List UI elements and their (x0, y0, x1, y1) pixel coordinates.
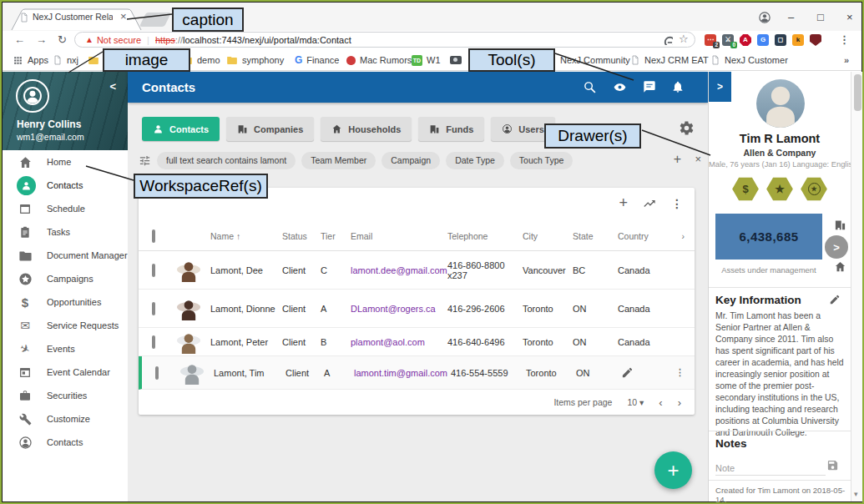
extension-icon-1[interactable]: ⋯2 (705, 34, 716, 46)
items-per-page-select[interactable]: 10 ▾ (627, 397, 644, 407)
household-home-icon[interactable] (834, 260, 846, 273)
row-checkbox[interactable] (152, 302, 155, 315)
clear-filters-icon[interactable]: × (695, 153, 701, 165)
visibility-eye-icon[interactable] (612, 81, 628, 93)
url-bar[interactable]: ▲ Not secure | https :// localhost :7443… (74, 32, 695, 48)
filter-chip-date-type[interactable]: Date Type (446, 152, 504, 169)
tab-funds[interactable]: Funds (418, 117, 484, 141)
columns-scroll-right-icon[interactable]: › (668, 231, 695, 241)
bookmark-td-w1[interactable]: TDW1 (412, 53, 441, 67)
row-more-icon[interactable]: ⋮ (671, 367, 695, 378)
filter-icon[interactable] (139, 154, 151, 167)
forward-icon[interactable]: → (36, 33, 47, 46)
sidebar-item-event-calendar[interactable]: Event Calendar (3, 360, 128, 384)
badge-star-icon[interactable]: ★ (766, 177, 794, 201)
column-country[interactable]: Country (618, 231, 668, 241)
extension-shield-icon[interactable] (810, 34, 821, 46)
bookmark-star-icon[interactable]: ☆ (679, 33, 689, 45)
table-row-selected[interactable]: Lamont, Tim Client A lamont.tim@gmail.co… (139, 356, 695, 390)
column-status[interactable]: Status (282, 231, 321, 241)
zoom-out-icon[interactable] (662, 34, 673, 45)
assets-card[interactable]: 6,438,685 (715, 214, 822, 260)
user-avatar[interactable] (16, 79, 49, 113)
note-input[interactable] (715, 461, 826, 476)
extension-translate-icon[interactable]: G (757, 34, 769, 46)
notifications-bell-icon[interactable] (671, 80, 685, 93)
filter-chip-fulltext[interactable]: full text search contains lamont (157, 152, 296, 169)
add-record-fab[interactable]: + (654, 451, 692, 489)
sidebar-item-contacts-2[interactable]: Contacts (3, 431, 128, 454)
extension-icon-2[interactable]: ⚔0 (722, 34, 734, 46)
edit-key-info-icon[interactable] (829, 294, 841, 305)
sidebar-collapse-icon[interactable]: < (109, 80, 116, 93)
column-telephone[interactable]: Telephone (447, 231, 523, 241)
add-contact-icon[interactable]: + (619, 194, 628, 212)
extension-adblock-icon[interactable]: A (740, 34, 751, 46)
bookmarks-overflow-icon[interactable]: » (844, 53, 849, 67)
select-all-checkbox[interactable] (152, 229, 155, 243)
settings-gear-icon[interactable] (679, 120, 695, 136)
scrollbar-thumb[interactable] (854, 74, 861, 111)
badge-circled-star-icon[interactable]: ★ (801, 177, 828, 201)
tab-close-icon[interactable]: × (120, 10, 127, 23)
sidebar-item-events[interactable]: ✈Events (3, 337, 128, 360)
tab-contacts[interactable]: Contacts (142, 117, 220, 141)
sidebar-item-document-manager[interactable]: Document Manager (3, 244, 128, 267)
badge-dollar-icon[interactable]: $ (732, 177, 760, 201)
scroll-down-icon[interactable]: ▾ (854, 490, 858, 498)
filter-chip-team-member[interactable]: Team Member (301, 152, 376, 169)
sidebar-item-service-requests[interactable]: ✉Service Requests (3, 314, 128, 337)
sidebar-item-home[interactable]: Home (3, 150, 128, 174)
extension-icon-5[interactable]: ◻ (775, 34, 786, 46)
company-building-icon[interactable] (834, 219, 846, 231)
column-email[interactable]: Email (351, 231, 447, 241)
bookmark-finance[interactable]: GFinance (295, 53, 339, 67)
carousel-next-icon[interactable]: > (825, 235, 848, 259)
table-row[interactable]: Lamont, Dionne Client A DLamont@rogers.c… (139, 290, 695, 328)
trending-chart-icon[interactable] (643, 197, 656, 210)
tab-households[interactable]: Households (321, 117, 412, 141)
row-checkbox[interactable] (152, 335, 155, 349)
browser-profile-icon[interactable] (758, 11, 771, 24)
edit-pencil-icon[interactable] (621, 366, 634, 379)
row-checkbox[interactable] (152, 264, 155, 277)
filter-chip-campaign[interactable]: Campaign (381, 152, 440, 169)
window-minimize-button[interactable]: – (788, 11, 794, 23)
back-icon[interactable]: ← (14, 33, 25, 46)
chat-icon[interactable] (643, 80, 656, 93)
refresh-icon[interactable]: ↻ (58, 33, 67, 46)
filter-chip-touch-type[interactable]: Touch Type (510, 152, 573, 169)
window-close-button[interactable]: × (846, 11, 853, 23)
column-tier[interactable]: Tier (321, 231, 351, 241)
window-maximize-button[interactable]: □ (817, 11, 824, 23)
drawer-scrollbar[interactable]: ▾ (851, 72, 864, 501)
sidebar-item-customize[interactable]: Customize (3, 407, 128, 431)
sidebar-item-campaigns[interactable]: Campaigns (3, 267, 128, 290)
add-filter-icon[interactable]: + (674, 152, 681, 167)
bookmark-nexj-community[interactable]: NexJ Community (560, 53, 630, 67)
browser-menu-icon[interactable]: ⋮ (839, 33, 850, 46)
bookmark-demo[interactable]: demo (197, 53, 220, 67)
extension-kayak-icon[interactable]: k (792, 34, 804, 46)
next-page-icon[interactable]: › (678, 396, 681, 409)
bookmark-nexj-crm-eat[interactable]: NexJ CRM EAT (630, 53, 709, 67)
bookmark-apps[interactable]: Apps (13, 53, 48, 67)
bookmark-folder-3[interactable]: symphony (226, 53, 284, 67)
tab-companies[interactable]: Companies (226, 117, 314, 141)
table-more-icon[interactable]: ⋮ (671, 197, 683, 210)
sidebar-item-contacts[interactable]: Contacts (3, 174, 128, 197)
bookmark-mac-rumors[interactable]: Mac Rumors (346, 53, 412, 67)
table-row[interactable]: Lamont, Peter Client B plamont@aol.com 4… (139, 328, 695, 356)
table-row[interactable]: Lamont, Dee Client C lamont.dee@gmail.co… (139, 252, 695, 290)
sidebar-item-schedule[interactable]: Schedule (3, 197, 128, 220)
column-city[interactable]: City (523, 231, 573, 241)
sidebar-item-securities[interactable]: Securities (3, 384, 128, 407)
bookmark-folder-1[interactable] (88, 53, 99, 67)
sidebar-item-tasks[interactable]: Tasks (3, 220, 128, 244)
search-icon[interactable] (583, 80, 597, 94)
bookmark-camera[interactable] (450, 53, 462, 67)
save-note-icon[interactable] (826, 459, 839, 471)
row-checkbox[interactable] (155, 366, 159, 380)
drawer-expand-icon[interactable]: > (709, 72, 731, 102)
bookmark-nxj[interactable]: nxj (53, 53, 78, 67)
